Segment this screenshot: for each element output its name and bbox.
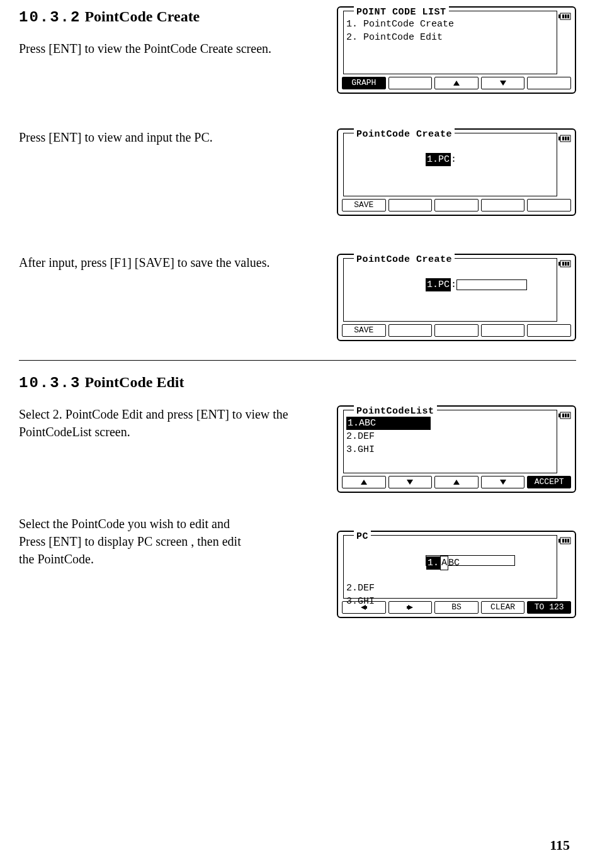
section-number-2: 10.3.3 [19, 375, 81, 392]
para-1: Press [ENT] to view the PointCode Create… [19, 40, 324, 57]
lcd3-f4[interactable] [481, 324, 525, 337]
lcd-screen-3: PointCode Create 1.PC: SAVE [337, 254, 576, 341]
lcd2-field: 1.PC [426, 153, 451, 166]
lcd2-f5[interactable] [527, 199, 571, 211]
lcd1-legend: POINT CODE LIST [354, 6, 449, 19]
lcd5-item3: 3.GHI [346, 596, 375, 607]
svg-rect-19 [562, 414, 564, 417]
lcd1-line1: 1. PointCode Create [346, 18, 554, 31]
lcd2-f1-save[interactable]: SAVE [342, 199, 386, 211]
svg-rect-25 [558, 539, 560, 543]
lcd1-f2[interactable] [388, 77, 433, 89]
svg-rect-22 [455, 483, 458, 485]
battery-icon [558, 135, 572, 142]
lcd2-colon: : [451, 154, 456, 165]
svg-rect-8 [558, 137, 560, 140]
lcd3-f5[interactable] [527, 324, 571, 337]
svg-rect-3 [565, 14, 567, 18]
svg-rect-13 [558, 262, 560, 266]
lcd4-legend: PointCodeList [354, 405, 437, 418]
section-title-2: PointCode Edit [84, 374, 184, 390]
lcd2-f2[interactable] [388, 199, 433, 211]
lcd4-item3[interactable]: 3.GHI [346, 444, 375, 455]
section-heading-1: 10.3.2 PointCode Create [19, 6, 324, 28]
lcd4-f3-up[interactable] [434, 476, 479, 488]
lcd2-f3[interactable] [434, 199, 479, 211]
svg-rect-28 [567, 539, 569, 543]
lcd1-f5[interactable] [527, 77, 571, 89]
lcd4-f1-up-small[interactable] [342, 476, 386, 488]
para-2: Press [ENT] to view and input the PC. [19, 128, 324, 146]
lcd5-edit-box[interactable]: 1.ABC [426, 555, 515, 566]
lcd5-item1-rest: BC [448, 558, 460, 568]
svg-rect-15 [565, 262, 567, 266]
svg-rect-14 [562, 262, 564, 266]
svg-rect-2 [562, 14, 564, 18]
para-5a: Select the PointCode you wish to edit an… [19, 515, 324, 533]
lcd-screen-2: PointCode Create 1.PC: SAVE [337, 128, 576, 216]
battery-icon [558, 13, 572, 20]
lcd1-f3-up[interactable] [434, 77, 479, 89]
svg-rect-21 [567, 414, 569, 417]
lcd3-legend: PointCode Create [354, 253, 455, 266]
svg-rect-1 [558, 14, 560, 18]
svg-rect-6 [502, 81, 504, 82]
lcd1-f4-down[interactable] [481, 77, 525, 89]
battery-icon [558, 260, 572, 268]
lcd4-f5-accept[interactable]: ACCEPT [527, 476, 571, 488]
para-5b: Press [ENT] to display PC screen , then … [19, 533, 324, 550]
lcd5-item1-prefix: 1. [426, 556, 440, 570]
svg-rect-18 [558, 414, 560, 417]
lcd4-f4-down[interactable] [481, 476, 525, 488]
lcd2-legend: PointCode Create [354, 128, 455, 141]
lcd5-cursor: A [440, 556, 448, 570]
page-number: 115 [550, 836, 570, 855]
battery-icon [558, 412, 572, 419]
section-number-1: 10.3.2 [19, 9, 81, 26]
lcd4-f2-down-small[interactable] [388, 476, 433, 488]
svg-rect-9 [562, 137, 564, 140]
lcd-screen-1: POINT CODE LIST 1. PointCode Create 2. P… [337, 6, 576, 94]
lcd1-f1-graph[interactable]: GRAPH [342, 77, 386, 89]
section-divider [19, 360, 576, 361]
svg-rect-11 [567, 137, 569, 140]
lcd3-input-box[interactable] [456, 279, 527, 290]
lcd-screen-4: PointCodeList 1.ABC 2.DEF 3.GHI ACCEPT [337, 405, 576, 493]
battery-icon [558, 537, 572, 544]
lcd1-line2: 2. PointCode Edit [346, 31, 554, 44]
lcd2-f4[interactable] [481, 199, 525, 211]
lcd3-colon: : [451, 279, 456, 290]
para-4: Select 2. PointCode Edit and press [ENT]… [19, 405, 324, 441]
lcd-screen-5: PC 1.ABC 2.DEF 3.GHI BS CLEAR TO 123 [337, 531, 576, 618]
svg-rect-4 [567, 14, 569, 18]
lcd4-item1[interactable]: 1.ABC [346, 417, 431, 430]
svg-rect-20 [565, 414, 567, 417]
section-heading-2: 10.3.3 PointCode Edit [19, 372, 576, 394]
svg-rect-26 [562, 539, 564, 543]
svg-rect-5 [455, 84, 458, 86]
lcd5-legend: PC [354, 530, 371, 543]
lcd3-f3[interactable] [434, 324, 479, 337]
section-title-1: PointCode Create [84, 8, 200, 25]
lcd4-item2[interactable]: 2.DEF [346, 431, 375, 442]
para-3: After input, press [F1] [SAVE] to save t… [19, 254, 324, 271]
svg-rect-10 [565, 137, 567, 140]
lcd3-f1-save[interactable]: SAVE [342, 324, 386, 337]
svg-rect-27 [565, 539, 567, 543]
svg-rect-16 [567, 262, 569, 266]
lcd3-f2[interactable] [388, 324, 433, 337]
lcd5-item2: 2.DEF [346, 583, 375, 594]
svg-rect-23 [502, 480, 504, 481]
para-5c: the PointCode. [19, 550, 324, 568]
lcd3-field: 1.PC [426, 278, 451, 291]
